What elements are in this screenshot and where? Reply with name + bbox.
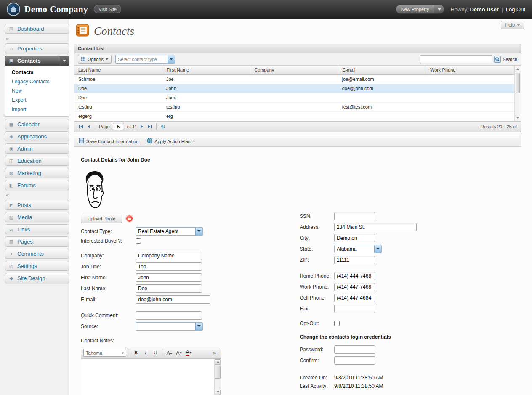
home-phone-input[interactable] <box>334 272 375 280</box>
column-header-last-name[interactable]: Last Name <box>74 66 162 74</box>
collapse-arrow-icon[interactable]: « <box>6 36 9 41</box>
submenu-item-import[interactable]: Import <box>5 105 69 114</box>
company-input[interactable] <box>136 252 202 260</box>
search-button[interactable]: Search <box>494 56 517 63</box>
sidebar-item-settings[interactable]: ◎ Settings <box>5 261 69 271</box>
cell-email[interactable] <box>338 93 426 102</box>
more-tools-icon[interactable]: » <box>210 349 219 357</box>
cell-first-name[interactable]: testing <box>162 102 250 111</box>
editor-scrollbar[interactable] <box>214 359 221 395</box>
last-name-input[interactable] <box>136 284 202 293</box>
submenu-item-new[interactable]: New <box>5 86 69 95</box>
select-dropdown-arrow[interactable] <box>168 55 175 63</box>
page-number-input[interactable] <box>113 123 124 130</box>
select-dropdown-arrow[interactable] <box>195 323 202 330</box>
work-phone-input[interactable] <box>334 283 375 291</box>
address-input[interactable] <box>334 223 417 231</box>
contact-row[interactable]: testing testing test@test.com <box>74 102 514 111</box>
scroll-down-icon[interactable] <box>215 390 221 395</box>
column-header-first-name[interactable]: First Name <box>162 66 250 74</box>
upload-photo-button[interactable]: Upload Photo <box>81 215 122 223</box>
scroll-up-icon[interactable] <box>215 359 221 365</box>
cell-work-phone[interactable] <box>426 74 514 84</box>
submenu-item-legacy-contacts[interactable]: Legacy Contacts <box>5 77 69 86</box>
column-header-work-phone[interactable]: Work Phone <box>426 66 514 74</box>
column-header-company[interactable]: Company <box>250 66 338 74</box>
text-color-icon[interactable]: A▾ <box>184 349 193 357</box>
grow-font-icon[interactable]: A▴ <box>165 349 173 357</box>
cell-company[interactable] <box>250 102 338 111</box>
editor-font-select[interactable]: Tahoma ▾ <box>83 349 126 357</box>
search-input[interactable] <box>420 55 492 63</box>
next-page-button[interactable] <box>140 124 144 129</box>
remove-photo-icon[interactable] <box>126 215 133 222</box>
cell-work-phone[interactable] <box>426 93 514 102</box>
save-contact-button[interactable]: Save Contact Information <box>79 138 138 144</box>
current-user-link[interactable]: Demo User <box>470 6 499 13</box>
submenu-item-export[interactable]: Export <box>5 95 69 105</box>
sidebar-item-links[interactable]: ∞ Links <box>5 224 69 234</box>
cell-first-name[interactable]: Jane <box>162 93 250 102</box>
options-button[interactable]: Options <box>78 55 112 64</box>
sidebar-item-contacts[interactable]: ▣ Contacts <box>5 56 69 66</box>
editor-content[interactable] <box>81 359 221 395</box>
cell-email[interactable] <box>338 111 426 121</box>
cell-work-phone[interactable] <box>426 111 514 121</box>
sidebar-item-properties[interactable]: ⌂ Properties <box>5 43 69 53</box>
contact-type-select[interactable]: Real Estate Agent <box>136 227 203 236</box>
contact-row[interactable]: ergerg erg <box>74 111 514 121</box>
opt-out-checkbox[interactable] <box>334 321 340 326</box>
sidebar-item-pages[interactable]: ▥ Pages <box>5 236 69 247</box>
scrollbar-thumb[interactable] <box>215 366 221 379</box>
cell-company[interactable] <box>250 111 338 121</box>
first-page-button[interactable] <box>78 124 84 129</box>
last-page-button[interactable] <box>147 124 152 129</box>
new-property-dropdown-arrow[interactable] <box>434 5 444 13</box>
cell-company[interactable] <box>250 93 338 102</box>
ssn-input[interactable] <box>334 212 375 220</box>
scroll-down-icon[interactable] <box>515 115 521 121</box>
italic-icon[interactable]: I <box>141 349 150 357</box>
cell-company[interactable] <box>250 74 338 84</box>
cell-last-name[interactable]: Schmoe <box>74 74 162 84</box>
help-button[interactable]: Help <box>501 21 524 29</box>
cell-last-name[interactable]: testing <box>74 102 162 111</box>
cell-first-name[interactable]: Joe <box>162 74 250 84</box>
cell-first-name[interactable]: erg <box>162 111 250 121</box>
zip-input[interactable] <box>334 256 375 264</box>
apply-action-plan-button[interactable]: Apply Action Plan <box>147 138 195 144</box>
select-dropdown-arrow[interactable] <box>374 245 381 253</box>
contact-type-filter-select[interactable]: Select contact type... <box>115 55 175 64</box>
column-header-email[interactable]: E-mail <box>338 66 426 74</box>
city-input[interactable] <box>334 234 375 242</box>
sidebar-item-dashboard[interactable]: ▤ Dashboard <box>5 24 69 34</box>
logout-link[interactable]: Log Out <box>506 6 525 13</box>
email-input[interactable] <box>136 295 210 304</box>
first-name-input[interactable] <box>136 273 202 282</box>
password-input[interactable] <box>334 345 375 354</box>
sidebar-item-calendar[interactable]: ▦ Calendar <box>5 119 69 129</box>
sidebar-item-admin[interactable]: ◉ Admin <box>5 143 69 154</box>
cell-last-name[interactable]: Doe <box>74 93 162 102</box>
sidebar-item-media[interactable]: ▨ Media <box>5 212 69 222</box>
sidebar-item-forums[interactable]: ◧ Forums <box>5 180 69 190</box>
fax-input[interactable] <box>334 305 375 313</box>
state-select[interactable]: Alabama <box>334 245 382 253</box>
cell-email[interactable]: joe@email.com <box>338 74 426 84</box>
cell-work-phone[interactable] <box>426 102 514 111</box>
scroll-up-icon[interactable] <box>515 66 521 72</box>
confirm-input[interactable] <box>334 356 375 365</box>
quick-comment-input[interactable] <box>136 311 202 320</box>
cell-last-name[interactable]: Doe <box>74 84 162 93</box>
job-title-input[interactable] <box>136 262 202 271</box>
cell-company[interactable] <box>250 84 338 93</box>
source-select[interactable] <box>136 322 203 331</box>
new-property-button[interactable]: New Property <box>396 5 434 13</box>
visit-site-button[interactable]: Visit Site <box>94 5 121 13</box>
cell-phone-input[interactable] <box>334 294 375 302</box>
cell-email[interactable]: doe@john.com <box>338 84 426 93</box>
sidebar-item-applications[interactable]: ◈ Applications <box>5 131 69 141</box>
shrink-font-icon[interactable]: A▾ <box>175 349 183 357</box>
sidebar-item-education[interactable]: ◫ Education <box>5 156 69 166</box>
table-scrollbar[interactable] <box>514 66 521 121</box>
